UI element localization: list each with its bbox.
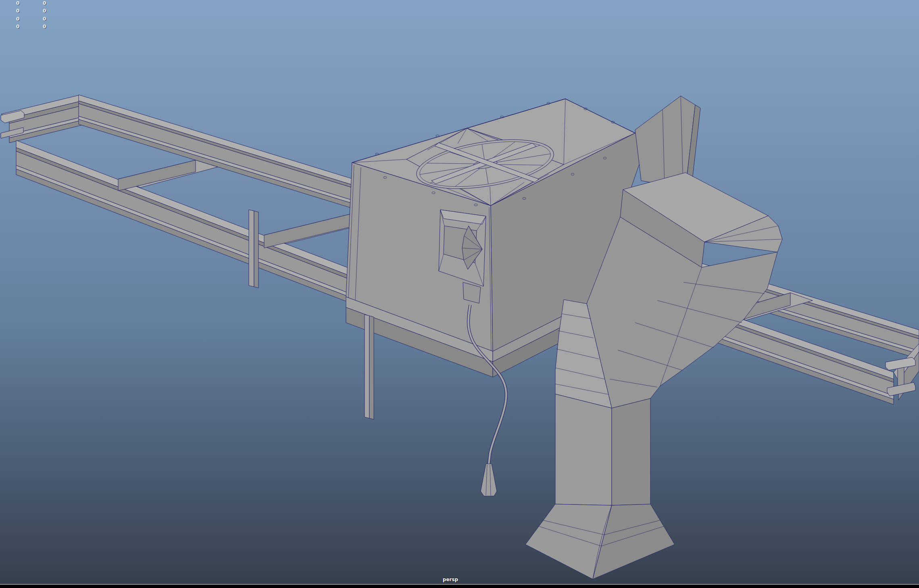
vertical-duct-right[interactable]	[612, 398, 650, 505]
hud-value: 0	[43, 8, 46, 14]
hud-value: 0	[16, 8, 19, 14]
viewport-canvas[interactable]	[0, 0, 919, 588]
camera-label: persp	[443, 577, 458, 582]
hud-value: 0	[16, 0, 19, 6]
viewport-border	[0, 585, 919, 588]
vertical-duct-left[interactable]	[555, 394, 612, 505]
hud-value: 0	[16, 24, 19, 29]
hud-value: 0	[43, 16, 46, 22]
hud-value: 0	[43, 24, 46, 29]
viewport-3d[interactable]: 0 0 0 0 0 0 0 0 persp	[0, 0, 919, 588]
hud-value: 0	[16, 16, 19, 22]
hud-value: 0	[43, 0, 46, 6]
